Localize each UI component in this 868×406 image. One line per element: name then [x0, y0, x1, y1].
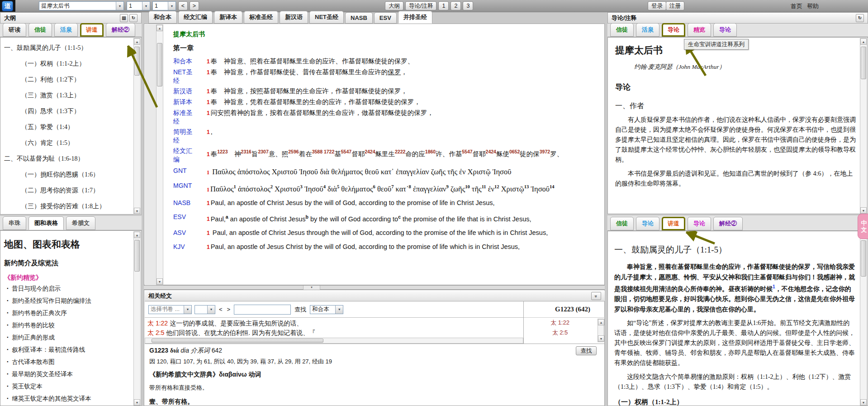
scroll-up-button[interactable]: ▲: [134, 38, 140, 45]
related-next-button[interactable]: >: [226, 306, 232, 313]
version-tab-esv[interactable]: ESV: [374, 12, 397, 24]
scroll-thumb[interactable]: [134, 47, 140, 76]
related-find-button[interactable]: 查找: [294, 306, 307, 314]
scroll-up-button[interactable]: ▲: [860, 38, 867, 45]
commentary-tab-daolun-red[interactable]: 导论: [662, 23, 685, 37]
outline-item[interactable]: （二）利他（1:2下）: [4, 76, 139, 84]
outline-item[interactable]: 二、不以基督为耻（1:6-18）: [4, 155, 139, 163]
strong-number[interactable]: 2307: [258, 149, 268, 154]
layout-1-button[interactable]: 1: [438, 1, 449, 10]
sermon-tab-jiangdao[interactable]: 讲道: [662, 217, 685, 230]
sermon-tab-jiejing[interactable]: 解经②: [713, 217, 743, 230]
scroll-down-button[interactable]: ▼: [134, 399, 140, 406]
strong-number[interactable]: 3588 1722: [312, 149, 335, 154]
lexicon-find-button[interactable]: 查找: [576, 346, 597, 355]
strong-ref-link[interactable]: 太 1:22: [524, 318, 596, 328]
scroll-up-button[interactable]: ▲: [598, 319, 604, 325]
strong-number[interactable]: 5547: [462, 149, 472, 154]
layout-2-button[interactable]: 2: [451, 1, 461, 10]
strong-number[interactable]: 3972: [540, 149, 550, 154]
related-chapter-select[interactable]: ▼: [194, 305, 215, 314]
list-icon[interactable]: ▤: [120, 14, 128, 22]
scrollbar[interactable]: ▲ ▼: [156, 24, 163, 285]
next-button[interactable]: >: [190, 1, 199, 10]
commentary-tab-xintu[interactable]: 信徒: [610, 23, 634, 37]
verse-select[interactable]: 1 ▼: [152, 1, 176, 10]
version-tab-xinyiben[interactable]: 新译本: [214, 11, 242, 24]
scroll-thumb[interactable]: [134, 240, 140, 272]
version-tab-net[interactable]: NET圣经: [309, 11, 344, 24]
scrollbar[interactable]: ▲ ▼: [133, 231, 141, 406]
version-link[interactable]: 新汉语: [173, 87, 198, 96]
series-title[interactable]: 《新约精览》: [4, 274, 141, 282]
horizontal-scrollbar[interactable]: [145, 338, 523, 344]
version-link[interactable]: ESV: [173, 213, 198, 224]
login-button[interactable]: 登录: [648, 1, 666, 10]
outline-item[interactable]: （一）挑旺你的恩赐（1:6）: [4, 171, 139, 179]
version-link[interactable]: 和合本: [173, 57, 198, 66]
verse-ref-link[interactable]: 太 2:5: [147, 329, 164, 336]
version-link[interactable]: ASV: [173, 229, 198, 238]
layout-3-button[interactable]: 3: [463, 1, 473, 10]
list-item[interactable]: 最早期的英文圣经译本: [7, 370, 141, 378]
outline-tab-jiejing[interactable]: 解经②: [106, 23, 135, 37]
intro-notes-button[interactable]: 导论/注释: [405, 1, 436, 10]
version-link[interactable]: NASB: [173, 199, 198, 208]
related-version-select[interactable]: 和合本 ▼: [310, 305, 343, 314]
version-link[interactable]: 经文汇编: [173, 147, 198, 164]
version-link[interactable]: 新译本: [173, 98, 198, 107]
list-item[interactable]: 古代译本散布图: [7, 358, 141, 366]
list-item[interactable]: 叙利亚译本：最初流传路线: [7, 346, 141, 354]
outline-item[interactable]: （五）挚爱（1:4）: [4, 123, 139, 131]
strong-number[interactable]: 2222: [395, 149, 405, 154]
verse-ref-link[interactable]: 太 1:22: [147, 320, 168, 327]
strong-number[interactable]: 2424: [365, 149, 375, 154]
scrollbar[interactable]: ▲ ▼: [860, 232, 867, 406]
outline-tab-yandu[interactable]: 研读: [3, 23, 26, 37]
list-item[interactable]: 昔日与现今的启示: [7, 285, 141, 293]
book-select[interactable]: 提摩太后书 ▼: [39, 1, 124, 10]
collapse-icon[interactable]: »: [591, 292, 601, 300]
strong-number[interactable]: 2316: [241, 149, 251, 154]
version-tab-jingwenhuibian[interactable]: 经文汇编: [178, 11, 213, 24]
app-logo[interactable]: 道: [2, 1, 13, 11]
strong-ref-link[interactable]: 太 2:5: [524, 328, 596, 338]
list-item[interactable]: 新约正典的形成: [7, 334, 141, 342]
commentary-tab-daolun-purple[interactable]: 导论: [713, 23, 737, 37]
scroll-up-button[interactable]: ▲: [157, 25, 163, 31]
strong-number[interactable]: G1223: [149, 347, 168, 354]
outline-item[interactable]: （一）权柄（1:1-2上）: [4, 60, 139, 68]
scroll-thumb[interactable]: [861, 240, 866, 277]
commentary-tab-jinglan[interactable]: 精览: [688, 23, 711, 37]
strong-number[interactable]: 5547: [341, 149, 351, 154]
scroll-down-button[interactable]: ▼: [860, 399, 867, 406]
version-link[interactable]: NET圣经: [173, 68, 198, 85]
resources-tab-xilawen[interactable]: 希腊文: [66, 216, 95, 230]
refresh-icon[interactable]: ↻: [129, 14, 138, 22]
related-book-select[interactable]: 选择书卷 ... ▼: [148, 305, 192, 314]
scrollbar[interactable]: ▲ ▼: [598, 319, 604, 342]
scroll-down-button[interactable]: ▼: [598, 335, 604, 342]
scroll-down-button[interactable]: ▼: [134, 208, 140, 214]
outline-item[interactable]: （二）思考你的资源（1:7）: [4, 186, 139, 195]
refresh-icon[interactable]: ↻: [856, 14, 864, 22]
version-link[interactable]: GNT: [173, 167, 198, 178]
sermon-tab-daolun-pink[interactable]: 导论: [688, 217, 711, 230]
chapter-select[interactable]: 1 ▼: [127, 1, 150, 10]
scroll-thumb[interactable]: [861, 47, 866, 79]
sermon-tab-daolun-blue[interactable]: 导论: [636, 217, 659, 230]
version-link[interactable]: KJV: [173, 243, 198, 252]
list-item[interactable]: 新约圣经按写作日期的编排法: [7, 297, 141, 305]
resources-tab-tu-biaoge[interactable]: 图和表格: [28, 216, 64, 230]
scrollbar[interactable]: ▲ ▼: [860, 38, 867, 214]
related-prev-button[interactable]: <: [218, 306, 223, 313]
commentary-tab-huoquan[interactable]: 活泉: [636, 23, 659, 37]
help-link[interactable]: 帮助: [807, 2, 819, 10]
strong-number[interactable]: 1223: [217, 149, 228, 154]
version-tab-xinhanyu[interactable]: 新汉语: [280, 11, 308, 24]
language-side-tab[interactable]: 中文: [858, 214, 868, 239]
version-tab-biaozhun[interactable]: 标准圣经: [244, 11, 278, 24]
outline-item[interactable]: （六）肯定（1:5）: [4, 139, 139, 147]
list-item[interactable]: 继英王钦定本的其他英文译本: [7, 395, 141, 403]
list-item[interactable]: 英王钦定本: [7, 382, 141, 391]
